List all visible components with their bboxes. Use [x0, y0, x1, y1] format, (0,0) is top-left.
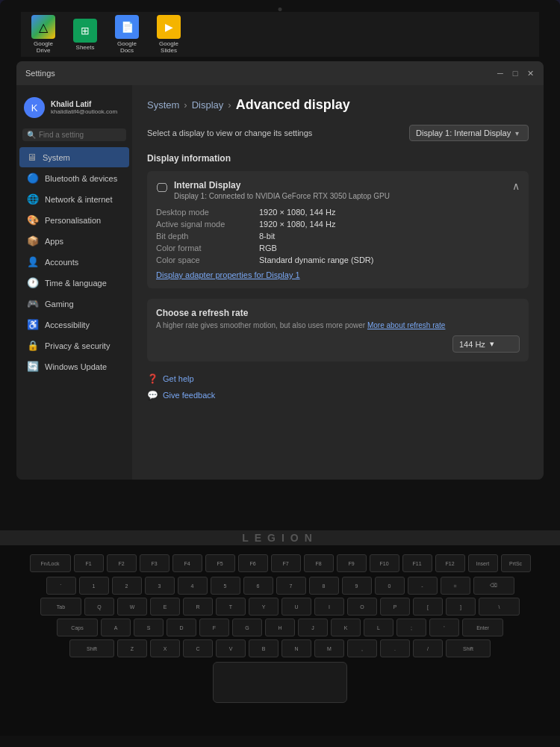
key-f12[interactable]: F12 — [435, 554, 465, 572]
key-4[interactable]: 4 — [178, 577, 208, 595]
key-t[interactable]: T — [216, 598, 246, 616]
key-rbracket[interactable]: ] — [446, 598, 476, 616]
key-period[interactable]: . — [380, 639, 410, 657]
breadcrumb-display[interactable]: Display — [192, 99, 224, 111]
key-u[interactable]: U — [281, 598, 311, 616]
key-comma[interactable]: , — [347, 639, 377, 657]
key-minus[interactable]: - — [408, 577, 438, 595]
key-9[interactable]: 9 — [342, 577, 372, 595]
key-f7[interactable]: F7 — [271, 554, 301, 572]
key-3[interactable]: 3 — [145, 577, 175, 595]
key-f8[interactable]: F8 — [304, 554, 334, 572]
key-fnlock[interactable]: Fn/Lock — [30, 554, 71, 572]
give-feedback-link[interactable]: 💬 Give feedback — [147, 390, 529, 400]
adapter-link[interactable]: Display adapter properties for Display 1 — [156, 270, 520, 279]
key-v[interactable]: V — [216, 639, 246, 657]
key-f9[interactable]: F9 — [337, 554, 367, 572]
key-y[interactable]: Y — [249, 598, 279, 616]
key-tab[interactable]: Tab — [40, 598, 81, 616]
user-email: khalidlatif4@outlook.com — [51, 108, 117, 115]
key-c[interactable]: C — [183, 639, 213, 657]
key-f11[interactable]: F11 — [402, 554, 432, 572]
key-a[interactable]: A — [101, 619, 131, 636]
sidebar-item-network[interactable]: 🌐 Network & internet — [19, 189, 129, 209]
key-e[interactable]: E — [150, 598, 180, 616]
key-k[interactable]: K — [331, 619, 361, 636]
key-s[interactable]: S — [134, 619, 164, 636]
sidebar-item-privacy[interactable]: 🔒 Privacy & security — [19, 335, 129, 356]
key-backspace[interactable]: ⌫ — [473, 577, 514, 595]
key-f[interactable]: F — [199, 619, 229, 636]
minimize-button[interactable]: ─ — [496, 69, 505, 78]
key-7[interactable]: 7 — [276, 577, 306, 595]
sidebar-item-update[interactable]: 🔄 Windows Update — [19, 356, 129, 376]
key-shift-right[interactable]: Shift — [446, 639, 491, 657]
key-z[interactable]: Z — [117, 639, 147, 657]
key-h[interactable]: H — [265, 619, 295, 636]
sidebar-item-time[interactable]: 🕐 Time & language — [19, 273, 129, 293]
key-x[interactable]: X — [150, 639, 180, 657]
refresh-link[interactable]: More about refresh rate — [367, 321, 446, 329]
key-shift-left[interactable]: Shift — [69, 639, 114, 657]
key-d[interactable]: D — [167, 619, 196, 636]
key-o[interactable]: O — [347, 598, 377, 616]
key-f6[interactable]: F6 — [238, 554, 268, 572]
key-backslash[interactable]: \ — [479, 598, 520, 616]
key-b[interactable]: B — [249, 639, 279, 657]
sidebar-item-gaming[interactable]: 🎮 Gaming — [19, 294, 129, 314]
key-slash[interactable]: / — [413, 639, 443, 657]
sidebar-item-accessibility[interactable]: ♿ Accessibility — [19, 314, 129, 335]
key-f2[interactable]: F2 — [107, 554, 137, 572]
prop-label-signal: Active signal mode — [156, 220, 253, 229]
search-input[interactable] — [39, 131, 122, 139]
key-m[interactable]: M — [314, 639, 344, 657]
key-w[interactable]: W — [117, 598, 147, 616]
key-f3[interactable]: F3 — [140, 554, 169, 572]
key-enter[interactable]: Enter — [462, 619, 503, 636]
key-semicolon[interactable]: ; — [396, 619, 426, 636]
key-p[interactable]: P — [380, 598, 410, 616]
key-r[interactable]: R — [183, 598, 213, 616]
trackpad[interactable] — [213, 662, 347, 703]
sidebar-item-apps[interactable]: 📦 Apps — [19, 231, 129, 251]
sidebar-item-personalisation[interactable]: 🎨 Personalisation — [19, 210, 129, 230]
key-q[interactable]: Q — [84, 598, 114, 616]
key-prtsc[interactable]: PrtSc — [501, 554, 531, 572]
key-f5[interactable]: F5 — [205, 554, 235, 572]
key-f10[interactable]: F10 — [370, 554, 399, 572]
key-0[interactable]: 0 — [375, 577, 405, 595]
key-lbracket[interactable]: [ — [413, 598, 443, 616]
key-5[interactable]: 5 — [211, 577, 240, 595]
display-dropdown[interactable]: Display 1: Internal Display ▾ — [409, 125, 529, 141]
key-caps[interactable]: Caps — [57, 619, 98, 636]
key-g[interactable]: G — [232, 619, 262, 636]
key-6[interactable]: 6 — [243, 577, 273, 595]
sidebar-item-system[interactable]: 🖥 System — [19, 147, 129, 167]
search-box[interactable]: 🔍 — [22, 128, 126, 141]
key-8[interactable]: 8 — [309, 577, 339, 595]
chevron-up-icon[interactable]: ∧ — [512, 180, 520, 192]
desktop-icon-docs[interactable]: 📄 Google Docs — [111, 15, 143, 54]
key-n[interactable]: N — [281, 639, 311, 657]
key-insert[interactable]: Insert — [468, 554, 498, 572]
refresh-dropdown[interactable]: 144 Hz ▾ — [452, 335, 520, 353]
key-j[interactable]: J — [298, 619, 328, 636]
close-button[interactable]: ✕ — [526, 69, 535, 78]
key-backtick[interactable]: ` — [46, 577, 76, 595]
key-l[interactable]: L — [364, 619, 393, 636]
key-quote[interactable]: ' — [429, 619, 459, 636]
key-i[interactable]: I — [314, 598, 344, 616]
get-help-link[interactable]: ❓ Get help — [147, 374, 529, 384]
key-f4[interactable]: F4 — [172, 554, 202, 572]
key-1[interactable]: 1 — [79, 577, 109, 595]
key-equals[interactable]: = — [441, 577, 470, 595]
breadcrumb-system[interactable]: System — [147, 99, 179, 111]
sidebar-item-bluetooth[interactable]: 🔵 Bluetooth & devices — [19, 168, 129, 188]
maximize-button[interactable]: □ — [511, 69, 520, 78]
key-f1[interactable]: F1 — [74, 554, 104, 572]
desktop-icon-sheets[interactable]: ⊞ Sheets — [69, 19, 102, 51]
key-2[interactable]: 2 — [112, 577, 142, 595]
desktop-icon-slides[interactable]: ▶ Google Slides — [152, 15, 185, 54]
desktop-icon-drive[interactable]: △ Google Drive — [27, 15, 60, 54]
sidebar-item-accounts[interactable]: 👤 Accounts — [19, 252, 129, 272]
